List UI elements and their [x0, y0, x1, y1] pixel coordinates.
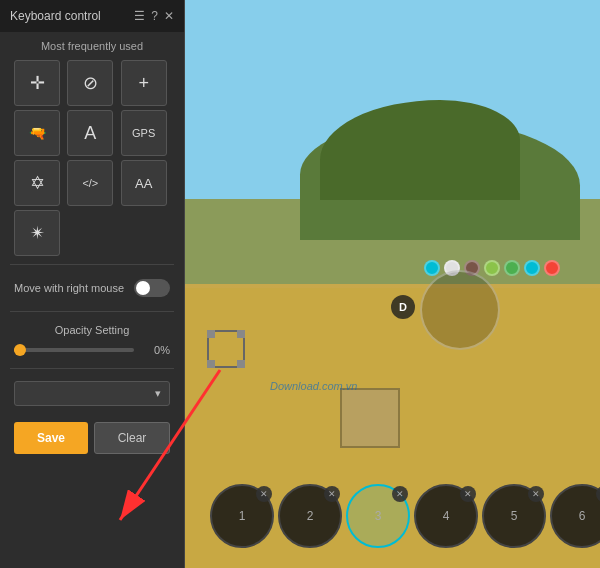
sidebar-panel: Keyboard control ☰ ? ✕ Most frequently u…	[0, 0, 185, 568]
opacity-thumb	[14, 344, 26, 356]
menu-icon[interactable]: ☰	[134, 9, 145, 23]
color-dot-green	[504, 260, 520, 276]
save-button[interactable]: Save	[14, 422, 88, 454]
inv-slot-6[interactable]: ✕ 6	[550, 484, 600, 548]
symbol-btn-atom[interactable]: ✴	[14, 210, 60, 256]
color-dot-cyan2	[524, 260, 540, 276]
symbol-btn-prohibited[interactable]: ⊘	[67, 60, 113, 106]
symbol-btn-aa[interactable]: AA	[121, 160, 167, 206]
inv-slot-4-number: 4	[443, 509, 450, 523]
symbol-btn-gun[interactable]: 🔫	[14, 110, 60, 156]
color-dot-red	[544, 260, 560, 276]
watermark: Download.com.vn	[270, 380, 357, 392]
inv-slot-2-number: 2	[307, 509, 314, 523]
title-bar: Keyboard control ☰ ? ✕	[0, 0, 184, 32]
inv-slot-6-close[interactable]: ✕	[596, 486, 600, 502]
opacity-label: Opacity Setting	[14, 324, 170, 336]
selection-rectangle	[207, 330, 245, 368]
clear-button[interactable]: Clear	[94, 422, 170, 454]
opacity-section: Opacity Setting 0%	[0, 316, 184, 364]
game-structure	[340, 388, 400, 448]
inv-slot-1-close[interactable]: ✕	[256, 486, 272, 502]
corner-tr	[237, 330, 245, 338]
help-icon[interactable]: ?	[151, 9, 158, 23]
inv-slot-3-number: 3	[375, 509, 382, 523]
chevron-down-icon: ▾	[155, 387, 161, 400]
divider-1	[10, 264, 174, 265]
inv-slot-4-close[interactable]: ✕	[460, 486, 476, 502]
inv-slot-5-close[interactable]: ✕	[528, 486, 544, 502]
inv-slot-4[interactable]: ✕ 4	[414, 484, 478, 548]
hud-circle	[420, 270, 500, 350]
hills-bg2	[320, 100, 520, 200]
inv-slot-6-number: 6	[579, 509, 586, 523]
section-label-frequent: Most frequently used	[0, 32, 184, 56]
toggle-label: Move with right mouse	[14, 282, 124, 294]
hud-d-label: D	[391, 295, 415, 319]
toggle-switch-mouse[interactable]	[134, 279, 170, 297]
inv-slot-3-close[interactable]: ✕	[392, 486, 408, 502]
opacity-value: 0%	[142, 344, 170, 356]
inv-slot-2[interactable]: ✕ 2	[278, 484, 342, 548]
color-dot-cyan	[424, 260, 440, 276]
divider-3	[10, 368, 174, 369]
dropdown-row: ▾	[0, 373, 184, 414]
color-dot-lightgreen	[484, 260, 500, 276]
inv-slot-1-number: 1	[239, 509, 246, 523]
symbol-btn-plus[interactable]: +	[121, 60, 167, 106]
close-icon[interactable]: ✕	[164, 9, 174, 23]
symbol-btn-star[interactable]: ✡	[14, 160, 60, 206]
opacity-slider-track[interactable]	[14, 348, 134, 352]
inv-slot-5[interactable]: ✕ 5	[482, 484, 546, 548]
dropdown-select[interactable]: ▾	[14, 381, 170, 406]
inv-slot-3[interactable]: ✕ 3	[346, 484, 410, 548]
corner-bl	[207, 360, 215, 368]
symbol-btn-a[interactable]: A	[67, 110, 113, 156]
buttons-row: Save Clear	[0, 414, 184, 462]
inv-slot-2-close[interactable]: ✕	[324, 486, 340, 502]
symbol-btn-gps[interactable]: GPS	[121, 110, 167, 156]
toggle-row: Move with right mouse	[0, 269, 184, 307]
corner-br	[237, 360, 245, 368]
title-text: Keyboard control	[10, 9, 101, 23]
corner-tl	[207, 330, 215, 338]
symbols-grid: ✛ ⊘ + 🔫 A GPS ✡ </> AA ✴	[0, 56, 184, 260]
opacity-row: 0%	[14, 344, 170, 356]
inv-slot-5-number: 5	[511, 509, 518, 523]
inventory-bar: ✕ 1 ✕ 2 ✕ 3 ✕ 4 ✕ 5 ✕ 6	[200, 484, 600, 548]
title-icons: ☰ ? ✕	[134, 9, 174, 23]
divider-2	[10, 311, 174, 312]
toggle-knob	[136, 281, 150, 295]
symbol-btn-crosshair[interactable]: ✛	[14, 60, 60, 106]
inv-slot-1[interactable]: ✕ 1	[210, 484, 274, 548]
title-bar-left: Keyboard control	[10, 9, 101, 23]
symbol-btn-code[interactable]: </>	[67, 160, 113, 206]
